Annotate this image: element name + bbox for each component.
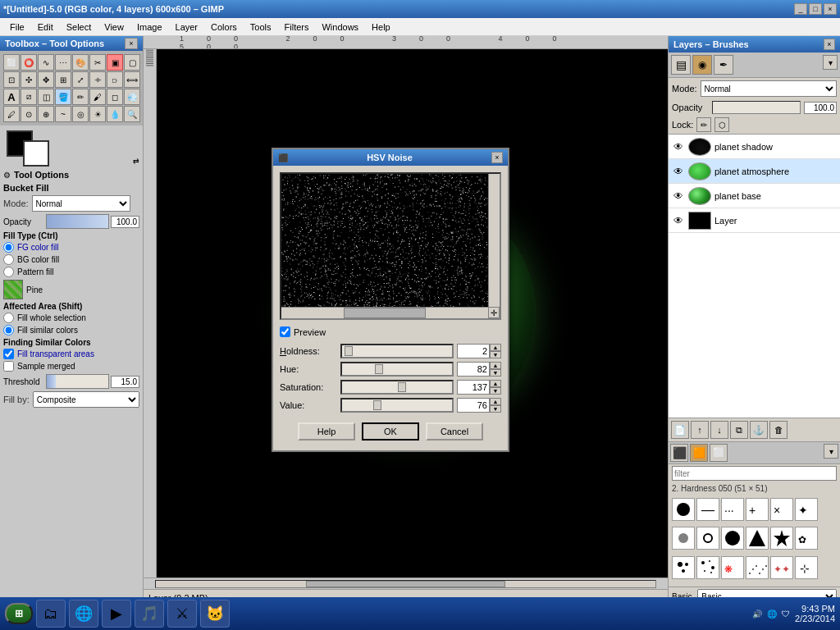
brushes-filter-input[interactable]: [672, 466, 837, 481]
menu-edit[interactable]: Edit: [31, 21, 60, 34]
swap-colors-icon[interactable]: ⇄: [133, 157, 139, 165]
tool-heal[interactable]: ⊕: [38, 106, 54, 122]
tool-bucket[interactable]: 🪣: [55, 89, 71, 105]
taskbar-app-gimp[interactable]: 🐱: [200, 600, 230, 628]
fg-color-radio[interactable]: [3, 242, 14, 253]
tool-perspective[interactable]: ⟥: [107, 71, 123, 88]
tool-blend[interactable]: ◫: [38, 89, 54, 105]
pattern-preview[interactable]: [3, 280, 23, 299]
hue-value[interactable]: [457, 362, 490, 377]
mode-select[interactable]: Normal: [32, 195, 130, 212]
tool-scale[interactable]: ⤢: [72, 71, 89, 88]
start-button[interactable]: ⊞: [5, 603, 33, 624]
new-layer-button[interactable]: 📄: [671, 421, 689, 439]
value-value[interactable]: [457, 398, 490, 413]
brush-item-4[interactable]: +: [746, 498, 769, 521]
tool-convolve[interactable]: ◎: [72, 106, 89, 122]
canvas-h-thumb[interactable]: [306, 581, 506, 587]
brushes-config-button[interactable]: ▾: [824, 444, 838, 459]
tool-crop[interactable]: ⊡: [3, 71, 20, 88]
brush-item-1[interactable]: [672, 498, 695, 521]
tool-smudge[interactable]: ~: [55, 106, 71, 122]
saturation-up[interactable]: ▲: [490, 380, 501, 387]
opacity-slider-track[interactable]: [46, 214, 109, 229]
tool-scissors[interactable]: ✂: [89, 54, 106, 71]
layers-close-button[interactable]: ×: [824, 39, 835, 50]
pattern-radio[interactable]: [3, 267, 14, 277]
fill-similar-radio[interactable]: [3, 325, 14, 336]
hue-thumb[interactable]: [375, 364, 383, 374]
tool-align[interactable]: ⊞: [55, 71, 71, 88]
tool-paintbrush[interactable]: 🖌: [89, 89, 106, 105]
duplicate-layer-button[interactable]: ⧉: [730, 421, 748, 439]
fill-by-select[interactable]: Composite: [33, 391, 139, 408]
taskbar-app-game[interactable]: ⚔: [167, 600, 197, 628]
menu-windows[interactable]: Windows: [315, 21, 365, 34]
tool-ink[interactable]: 🖊: [3, 106, 20, 122]
layers-config-button[interactable]: ▾: [823, 55, 838, 70]
saturation-thumb[interactable]: [398, 382, 406, 392]
layer-visibility-eye-atmo[interactable]: 👁: [672, 165, 685, 178]
layers-tab[interactable]: ▤: [671, 55, 691, 75]
tool-rect-select[interactable]: ⬜: [3, 54, 20, 71]
brush-item-5[interactable]: ×: [770, 498, 793, 521]
delete-layer-button[interactable]: 🗑: [769, 421, 788, 439]
layer-visibility-eye-shadow[interactable]: 👁: [672, 140, 685, 153]
tool-zoom[interactable]: 🔍: [124, 106, 140, 122]
maximize-button[interactable]: □: [809, 3, 822, 15]
brush-item-15[interactable]: ❋: [721, 556, 744, 579]
taskbar-app-music[interactable]: 🎵: [135, 600, 164, 628]
paths-tab[interactable]: ✒: [714, 55, 733, 75]
h-scroll-thumb[interactable]: [344, 308, 427, 318]
dialog-close-button[interactable]: ×: [491, 152, 503, 163]
menu-view[interactable]: View: [98, 21, 130, 34]
value-down[interactable]: ▼: [490, 405, 501, 413]
brush-tab-pattern[interactable]: ⬜: [710, 444, 728, 462]
tool-ellipse-select[interactable]: ⭕: [21, 54, 37, 71]
menu-layer[interactable]: Layer: [169, 21, 205, 34]
layer-item-planet-atmosphere[interactable]: 👁 planet atmosphere: [669, 159, 840, 184]
ok-button[interactable]: OK: [362, 422, 419, 441]
raise-layer-button[interactable]: ↑: [691, 421, 709, 439]
holdness-thumb[interactable]: [345, 346, 353, 356]
layer-item-planet-base[interactable]: 👁 planet base: [669, 184, 840, 208]
tool-pencil[interactable]: ✏: [72, 89, 89, 105]
tool-airbrush[interactable]: 💨: [124, 89, 140, 105]
tool-fg-color[interactable]: ▣: [107, 54, 123, 71]
tool-text[interactable]: A: [3, 89, 20, 105]
sample-merged-checkbox[interactable]: [3, 361, 14, 372]
brush-item-16[interactable]: ⋰⋰: [746, 556, 769, 579]
hue-up[interactable]: ▲: [490, 362, 501, 369]
lower-layer-button[interactable]: ↓: [710, 421, 728, 439]
menu-help[interactable]: Help: [365, 21, 397, 34]
taskbar-app-explorer[interactable]: 🗂: [36, 600, 66, 628]
tool-dodge[interactable]: ☀: [89, 106, 106, 122]
hue-slider[interactable]: [340, 362, 454, 377]
brush-item-6[interactable]: ✦: [795, 498, 818, 521]
tool-move[interactable]: ✥: [38, 71, 54, 88]
canvas-h-scrollbar[interactable]: [144, 578, 668, 589]
brush-item-10[interactable]: [746, 527, 769, 550]
saturation-down[interactable]: ▼: [490, 387, 501, 395]
taskbar-app-browser[interactable]: 🌐: [69, 600, 98, 628]
menu-image[interactable]: Image: [130, 21, 169, 34]
anchor-layer-button[interactable]: ⚓: [750, 421, 768, 439]
holdness-down[interactable]: ▼: [490, 351, 501, 358]
tool-bg-color[interactable]: ▢: [124, 54, 140, 71]
layer-item-layer[interactable]: 👁 Layer: [669, 208, 840, 233]
canvas-area[interactable]: ⬛ HSV Noise ×: [157, 49, 668, 578]
value-up[interactable]: ▲: [490, 398, 501, 405]
minimize-button[interactable]: _: [794, 3, 807, 15]
menu-colors[interactable]: Colors: [204, 21, 244, 34]
fill-transparent-checkbox[interactable]: [3, 349, 14, 359]
holdness-value[interactable]: [457, 344, 490, 358]
holdness-slider[interactable]: [340, 344, 454, 358]
tool-eraser[interactable]: ◻: [107, 89, 123, 105]
tool-select-color[interactable]: 🎨: [72, 54, 89, 71]
h-scroll-track[interactable]: [155, 580, 656, 588]
saturation-value[interactable]: [457, 380, 490, 395]
saturation-slider[interactable]: [340, 380, 454, 395]
brush-item-8[interactable]: [696, 527, 719, 550]
preview-scrollbar-vertical[interactable]: [488, 174, 500, 318]
brush-item-13[interactable]: [672, 556, 695, 579]
